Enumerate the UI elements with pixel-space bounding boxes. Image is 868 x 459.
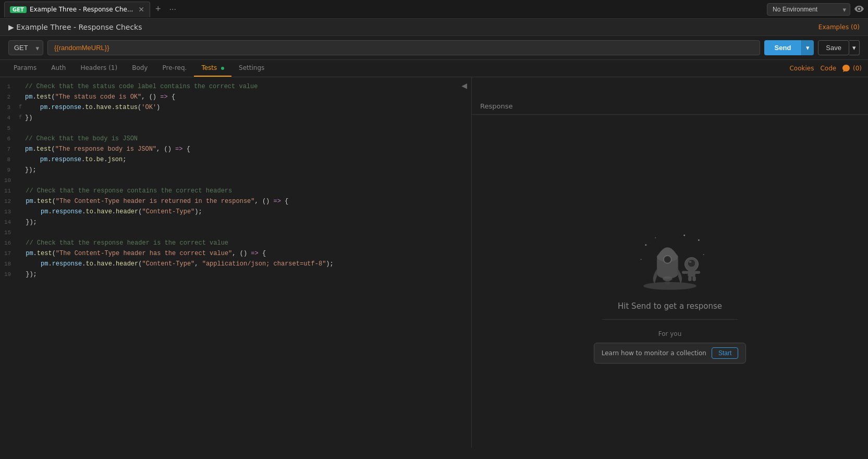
code-line-13: 13 pm.response.to.have.header("Content-T…: [0, 207, 471, 217]
code-line-14: 14 });: [0, 217, 471, 227]
response-panel: Response: [472, 77, 868, 448]
main-content: 1 // Check that the status code label co…: [0, 77, 868, 448]
for-you-label: For you: [658, 330, 682, 337]
method-select-wrap: GET: [8, 40, 43, 55]
code-line-10: 10: [0, 175, 471, 186]
save-button-group: Save ▾: [818, 40, 860, 55]
svg-point-6: [665, 281, 670, 284]
env-select-wrap: No Environment: [767, 3, 850, 16]
top-bar-right: No Environment: [767, 3, 864, 16]
url-input[interactable]: [47, 40, 760, 55]
svg-point-14: [689, 261, 692, 263]
code-line-2: 2 pm.test("The status code is OK", () =>…: [0, 92, 471, 102]
svg-point-17: [641, 259, 642, 260]
send-dropdown-button[interactable]: ▾: [801, 40, 814, 55]
send-button[interactable]: Send: [764, 40, 802, 55]
svg-point-15: [645, 244, 646, 246]
svg-point-8: [688, 259, 695, 267]
svg-rect-9: [688, 270, 695, 276]
svg-point-20: [683, 234, 685, 236]
tests-dot-indicator: [221, 67, 224, 70]
method-select[interactable]: GET: [8, 40, 43, 55]
active-tab[interactable]: GET Example Three - Response Che... ✕: [4, 2, 150, 17]
request-title: ▶ Example Three - Response Checks: [8, 23, 142, 31]
code-line-8: 8 pm.response.to.be.json;: [0, 154, 471, 165]
eye-button[interactable]: [854, 5, 864, 14]
top-bar: GET Example Three - Response Che... ✕ + …: [0, 0, 868, 19]
send-button-group: Send ▾: [764, 40, 814, 55]
tab-prereq[interactable]: Pre-req.: [155, 60, 194, 77]
code-line-11: 11 // Check that the response contains t…: [0, 186, 471, 196]
tab-params[interactable]: Params: [6, 60, 44, 77]
code-line-3: 3 f pm.response.to.have.status('OK'): [0, 102, 471, 113]
tab-auth[interactable]: Auth: [44, 60, 73, 77]
svg-rect-11: [694, 271, 700, 274]
svg-point-18: [703, 254, 704, 255]
hit-send-text: Hit Send to get a response: [618, 301, 722, 311]
close-tab-icon[interactable]: ✕: [138, 5, 144, 14]
code-line-7: 7 pm.test("The response body is JSON", (…: [0, 144, 471, 154]
cookies-link[interactable]: Cookies: [789, 65, 814, 72]
comments-link[interactable]: (0): [842, 65, 862, 73]
code-line-17: 17 pm.test("The Content-Type header has …: [0, 248, 471, 259]
examples-link[interactable]: Examples (0): [818, 23, 860, 31]
svg-rect-10: [682, 271, 688, 274]
collapse-panel-button[interactable]: ◀: [461, 81, 467, 90]
add-tab-button[interactable]: +: [152, 4, 164, 15]
tab-settings[interactable]: Settings: [231, 60, 272, 77]
tab-tests[interactable]: Tests: [194, 60, 231, 77]
code-line-1: 1 // Check that the status code label co…: [0, 81, 471, 92]
response-label: Response: [480, 102, 512, 110]
tab-body[interactable]: Body: [125, 60, 155, 77]
divider: [602, 319, 738, 320]
fold-icon-3[interactable]: f: [19, 102, 25, 113]
start-button[interactable]: Start: [712, 347, 738, 359]
monitor-collection-card: Learn how to monitor a collection Start: [594, 343, 747, 364]
save-dropdown-button[interactable]: ▾: [849, 40, 860, 55]
code-line-5: 5: [0, 123, 471, 134]
url-bar: GET Send ▾ Save ▾: [0, 36, 868, 60]
response-empty-state: Hit Send to get a response For you Learn…: [594, 115, 747, 448]
save-button[interactable]: Save: [818, 40, 849, 55]
svg-point-16: [698, 239, 700, 241]
tab-headers[interactable]: Headers (1): [73, 60, 125, 77]
code-line-4: 4 f }): [0, 113, 471, 123]
response-header-bar: Response: [472, 98, 868, 115]
svg-point-19: [655, 237, 656, 238]
code-line-9: 9 });: [0, 165, 471, 175]
request-title-bar: ▶ Example Three - Response Checks Exampl…: [0, 19, 868, 36]
get-badge: GET: [10, 6, 27, 13]
code-line-16: 16 // Check that the response header is …: [0, 238, 471, 248]
code-line-15: 15: [0, 227, 471, 238]
rocket-illustration: [628, 231, 712, 293]
code-editor[interactable]: 1 // Check that the status code label co…: [0, 77, 471, 448]
svg-point-4: [664, 256, 671, 263]
tab-title: Example Three - Response Che...: [30, 6, 133, 13]
tabs-right-group: Cookies Code (0): [789, 65, 862, 73]
for-you-section: For you Learn how to monitor a collectio…: [594, 330, 747, 364]
code-line-12: 12 pm.test("The Content-Type header is r…: [0, 196, 471, 207]
code-line-6: 6 // Check that the body is JSON: [0, 134, 471, 144]
code-link[interactable]: Code: [820, 65, 836, 72]
code-line-18: 18 pm.response.to.have.header("Content-T…: [0, 259, 471, 269]
svg-rect-12: [688, 276, 691, 281]
code-line-19: 19 });: [0, 269, 471, 280]
svg-point-5: [663, 276, 672, 281]
env-select[interactable]: No Environment: [767, 3, 850, 16]
code-editor-panel: 1 // Check that the status code label co…: [0, 77, 472, 448]
monitor-collection-text: Learn how to monitor a collection: [602, 349, 706, 357]
svg-rect-13: [692, 276, 695, 281]
fold-icon-4[interactable]: f: [19, 113, 25, 123]
request-tabs-row: Params Auth Headers (1) Body Pre-req. Te…: [0, 60, 868, 77]
more-tabs-button[interactable]: ···: [166, 5, 179, 14]
